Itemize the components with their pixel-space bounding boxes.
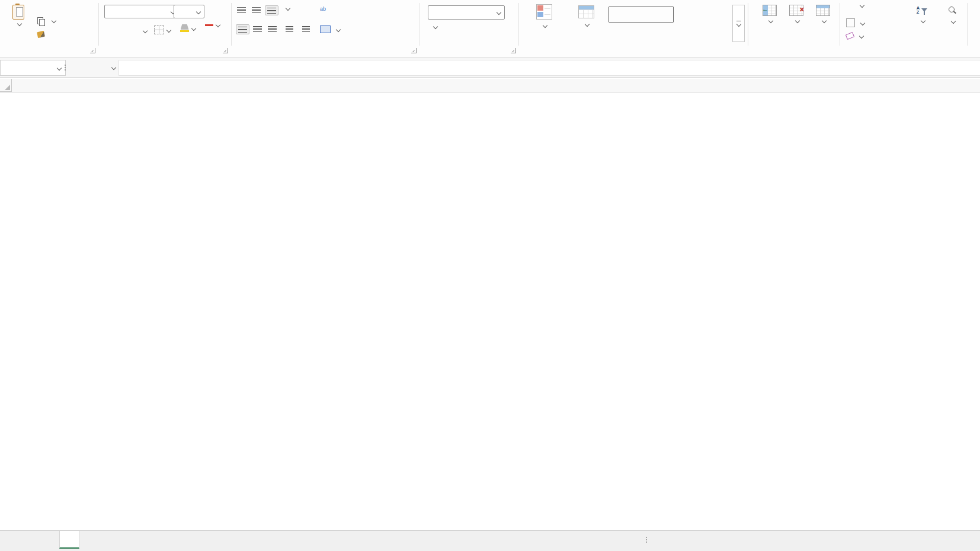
align-top-icon bbox=[237, 7, 246, 14]
decrease-indent-button[interactable] bbox=[286, 26, 293, 33]
formula-input[interactable] bbox=[119, 60, 980, 76]
styles-gallery-more-button[interactable] bbox=[732, 5, 745, 42]
underline-chevron-icon[interactable] bbox=[143, 28, 148, 33]
column-header-strip bbox=[0, 79, 980, 92]
cell-style-neutral[interactable] bbox=[671, 23, 735, 38]
select-all-button[interactable] bbox=[0, 79, 12, 92]
align-center-button[interactable] bbox=[253, 26, 262, 33]
next-sheet-button[interactable] bbox=[26, 533, 37, 546]
font-dialog-launcher[interactable] bbox=[223, 48, 228, 53]
confirm-entry-button[interactable] bbox=[83, 60, 95, 75]
merge-center-button[interactable] bbox=[320, 25, 340, 33]
ribbon: ab bbox=[0, 0, 980, 58]
name-box[interactable] bbox=[0, 60, 66, 76]
scrollbar-splitter[interactable] bbox=[641, 533, 652, 546]
format-cells-icon bbox=[816, 5, 830, 16]
align-center-icon bbox=[253, 26, 262, 33]
insert-function-button[interactable] bbox=[96, 60, 108, 75]
decrease-indent-icon bbox=[286, 26, 293, 33]
insert-cells-icon bbox=[763, 5, 777, 16]
accounting-format-button[interactable] bbox=[431, 25, 437, 28]
namebox-splitter[interactable] bbox=[59, 60, 71, 75]
fill-color-button[interactable] bbox=[180, 24, 196, 32]
formula-bar-expand[interactable] bbox=[108, 60, 120, 75]
merge-center-icon bbox=[320, 25, 331, 33]
wrap-text-button[interactable]: ab bbox=[320, 7, 332, 11]
align-bottom-icon bbox=[267, 8, 276, 14]
grip-dots-icon bbox=[65, 65, 66, 71]
chevron-down-icon bbox=[196, 9, 201, 14]
cancel-entry-button[interactable] bbox=[70, 60, 82, 75]
fill-down-icon bbox=[846, 18, 855, 27]
sort-filter-icon: AZ bbox=[917, 6, 927, 14]
clear-button[interactable] bbox=[846, 33, 863, 39]
cell-style-bad[interactable] bbox=[671, 7, 735, 21]
align-middle-button[interactable] bbox=[252, 7, 261, 14]
align-right-button[interactable] bbox=[268, 26, 277, 33]
paste-button[interactable] bbox=[5, 4, 32, 47]
find-select-button[interactable] bbox=[939, 5, 966, 24]
formula-bar bbox=[0, 58, 980, 78]
autosum-button[interactable] bbox=[846, 4, 864, 7]
align-left-icon bbox=[238, 27, 247, 33]
font-color-button[interactable] bbox=[205, 23, 220, 27]
align-bottom-button[interactable] bbox=[265, 5, 278, 15]
eraser-icon bbox=[846, 32, 854, 40]
align-top-button[interactable] bbox=[237, 7, 246, 14]
wrap-text-icon: ab bbox=[320, 7, 329, 11]
excel-window: ab bbox=[0, 0, 980, 551]
cell-style-normal[interactable] bbox=[609, 7, 674, 23]
fill-color-icon bbox=[180, 24, 189, 32]
borders-button[interactable] bbox=[154, 25, 171, 34]
format-cells-button[interactable] bbox=[809, 5, 837, 24]
format-as-table-icon bbox=[578, 5, 594, 18]
conditional-formatting-icon bbox=[536, 4, 552, 20]
delete-cells-icon bbox=[789, 5, 803, 16]
delete-cells-button[interactable] bbox=[783, 5, 809, 24]
format-painter-button[interactable] bbox=[37, 31, 47, 37]
add-sheet-button[interactable] bbox=[159, 532, 173, 546]
alignment-dialog-launcher[interactable] bbox=[411, 48, 417, 53]
prev-sheet-button[interactable] bbox=[8, 533, 19, 546]
chevron-down-icon bbox=[736, 22, 741, 27]
chevron-down-icon bbox=[111, 65, 116, 69]
font-name-select[interactable] bbox=[104, 5, 179, 18]
chevron-down-icon bbox=[17, 21, 21, 26]
format-as-table-button[interactable] bbox=[568, 4, 604, 27]
conditional-formatting-button[interactable] bbox=[521, 4, 566, 28]
clipboard-dialog-launcher[interactable] bbox=[90, 48, 95, 53]
align-right-icon bbox=[268, 26, 277, 33]
increase-indent-button[interactable] bbox=[302, 26, 310, 33]
font-size-select[interactable] bbox=[174, 5, 204, 18]
number-dialog-launcher[interactable] bbox=[511, 48, 516, 53]
format-painter-icon bbox=[37, 31, 45, 38]
chevron-down-icon bbox=[52, 18, 56, 23]
increase-indent-icon bbox=[302, 26, 310, 33]
borders-icon bbox=[154, 25, 164, 34]
font-color-icon bbox=[205, 24, 213, 26]
clipboard-icon bbox=[12, 5, 24, 20]
sort-filter-button[interactable]: AZ bbox=[908, 5, 936, 24]
number-format-select[interactable] bbox=[428, 5, 505, 20]
sheet-tab-bar bbox=[0, 530, 980, 551]
copy-button[interactable] bbox=[37, 17, 56, 25]
insert-cells-button[interactable] bbox=[757, 5, 783, 24]
align-middle-icon bbox=[252, 7, 261, 14]
magnifier-icon bbox=[948, 7, 956, 15]
cell-style-good[interactable] bbox=[609, 23, 672, 38]
copy-icon bbox=[37, 17, 44, 25]
orientation-button[interactable] bbox=[283, 7, 290, 10]
align-left-button[interactable] bbox=[236, 24, 249, 34]
grip-dots-icon bbox=[646, 537, 647, 543]
tab-zusammenfassung[interactable] bbox=[59, 531, 79, 549]
fill-button[interactable] bbox=[846, 18, 864, 27]
